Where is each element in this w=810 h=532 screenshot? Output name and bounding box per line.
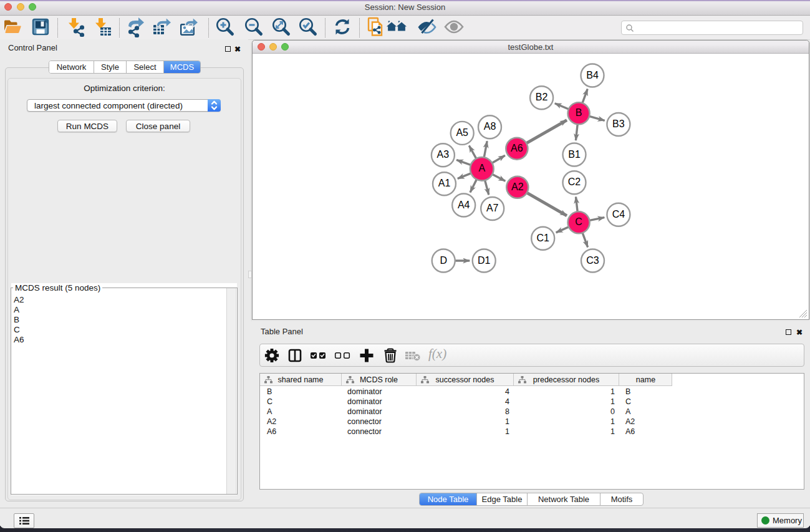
svg-text:A2: A2 [511, 181, 524, 192]
svg-text:B3: B3 [612, 118, 625, 129]
svg-text:D: D [440, 255, 447, 266]
svg-text:B4: B4 [586, 70, 599, 80]
svg-text:A4: A4 [458, 200, 470, 210]
svg-text:B: B [576, 107, 582, 118]
svg-text:C: C [575, 216, 582, 227]
svg-text:A: A [478, 163, 485, 173]
svg-text:B2: B2 [536, 92, 548, 102]
svg-text:A1: A1 [438, 178, 451, 188]
svg-text:D1: D1 [478, 255, 491, 266]
svg-text:A6: A6 [511, 143, 523, 153]
svg-text:A5: A5 [456, 127, 468, 138]
svg-text:C2: C2 [568, 177, 581, 187]
svg-text:A3: A3 [437, 149, 450, 160]
svg-text:A7: A7 [486, 203, 499, 213]
svg-text:C3: C3 [586, 255, 599, 266]
svg-text:A8: A8 [484, 121, 496, 132]
svg-text:B1: B1 [568, 149, 581, 160]
svg-text:C4: C4 [612, 209, 625, 220]
svg-text:C1: C1 [536, 233, 549, 243]
